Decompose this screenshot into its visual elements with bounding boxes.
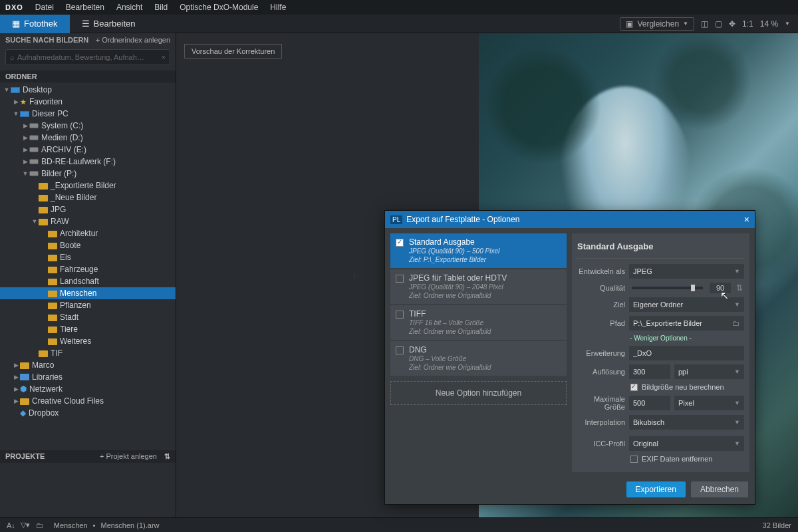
search-input[interactable]: ⌕ Aufnahmedatum, Bewertung, Aufnah… ×: [5, 49, 170, 65]
tree-medien-d[interactable]: ▶Medien (D:): [0, 132, 176, 144]
tree-menschen[interactable]: Menschen: [0, 287, 176, 299]
suffix-input[interactable]: [629, 346, 744, 360]
split-view-icon[interactable]: ◫: [701, 19, 708, 29]
disk-icon: [29, 123, 39, 128]
chevron-down-icon: ▼: [734, 268, 740, 275]
network-icon: ⬢: [20, 384, 27, 394]
menu-view[interactable]: Ansicht: [116, 3, 142, 12]
cancel-button[interactable]: Abbrechen: [691, 481, 748, 497]
tree-favoriten[interactable]: ▶★Favoriten: [0, 96, 176, 108]
maxsize-unit-select[interactable]: Pixel▼: [674, 396, 744, 410]
settings-title: Standard Ausgabe: [577, 239, 744, 259]
folder-icon: [39, 207, 48, 213]
preset-tiff[interactable]: TIFF TIFF 16 bit – Volle Größe Ziel: Ord…: [390, 305, 567, 340]
clear-search-icon[interactable]: ×: [162, 53, 166, 61]
tree-tiere[interactable]: Tiere: [0, 323, 176, 335]
mode-fotothek-label: Fotothek: [24, 19, 58, 29]
sort-icon[interactable]: ⇅: [164, 452, 170, 460]
section-projekte: PROJEKTE: [5, 452, 45, 460]
tree-boote[interactable]: Boote: [0, 239, 176, 251]
tree-jpg[interactable]: JPG: [0, 203, 176, 215]
tree-pflanzen[interactable]: Pflanzen: [0, 299, 176, 311]
exif-checkbox[interactable]: [630, 456, 638, 463]
preset-standard[interactable]: Standard Ausgabe JPEG (Qualität 90) – 50…: [390, 233, 567, 268]
folder-icon: [20, 362, 29, 369]
slider-thumb[interactable]: [691, 285, 695, 291]
preview-badge[interactable]: Vorschau der Korrekturen: [184, 44, 282, 59]
label-exif: EXIF Daten entfernen: [642, 455, 712, 463]
quality-value[interactable]: 90: [710, 283, 731, 293]
tree-desktop[interactable]: ▼Desktop: [0, 84, 176, 96]
tree-stadt[interactable]: Stadt: [0, 311, 176, 323]
zoom-ratio[interactable]: 1:1: [742, 19, 753, 29]
recalc-checkbox[interactable]: [630, 384, 638, 391]
preset-checkbox[interactable]: [396, 346, 404, 354]
preset-detail: Ziel: Ordner wie Originalbild: [409, 363, 491, 372]
tree-exportierte[interactable]: _Exportierte Bilder: [0, 180, 176, 192]
preset-dng[interactable]: DNG DNG – Volle Größe Ziel: Ordner wie O…: [390, 341, 567, 376]
mode-bearbeiten[interactable]: ☰ Bearbeiten: [70, 15, 148, 33]
tree-pc[interactable]: ▼Dieser PC: [0, 108, 176, 120]
tree-eis[interactable]: Eis: [0, 251, 176, 263]
tree-neue[interactable]: _Neue Bilder: [0, 192, 176, 203]
resolution-input[interactable]: [629, 364, 670, 379]
menu-help[interactable]: Hilfe: [270, 3, 286, 12]
tree-dropbox[interactable]: ◆Dropbox: [0, 407, 176, 419]
split-grip[interactable]: ⋮: [351, 275, 355, 295]
preset-checkbox[interactable]: [396, 239, 404, 247]
dialog-icon: PL: [390, 215, 402, 224]
tree-marco[interactable]: ▶Marco: [0, 359, 176, 371]
tree-bilder-p[interactable]: ▼Bilder (P:): [0, 168, 176, 180]
stepper-icon[interactable]: ⇅: [735, 283, 744, 293]
path-field[interactable]: P:\_Exportierte Bilder🗀: [629, 316, 744, 331]
tree-raw[interactable]: ▼RAW: [0, 215, 176, 227]
target-select[interactable]: Eigener Ordner▼: [629, 297, 744, 312]
filter-icon[interactable]: ▽▾: [21, 521, 30, 529]
fewer-options-link[interactable]: - Weniger Optionen -: [577, 334, 744, 342]
compare-button[interactable]: ▣ Vergleichen ▼: [620, 17, 694, 31]
export-settings: Standard Ausgabe Entwickeln als JPEG▼ Qu…: [572, 233, 749, 472]
folder-icon: [48, 255, 57, 261]
breadcrumb-folder[interactable]: Menschen: [54, 521, 88, 529]
mode-fotothek[interactable]: ▦ Fotothek: [0, 15, 70, 33]
fit-icon[interactable]: ▢: [715, 19, 722, 29]
tree-netzwerk[interactable]: ▶⬢Netzwerk: [0, 383, 176, 395]
menu-modules[interactable]: Optische DxO-Module: [180, 3, 258, 12]
tree-archiv-e[interactable]: ▶ARCHIV (E:): [0, 144, 176, 156]
format-select[interactable]: JPEG▼: [629, 264, 744, 279]
browse-icon[interactable]: 🗀: [731, 319, 740, 327]
tree-fahrzeuge[interactable]: Fahrzeuge: [0, 263, 176, 275]
interp-select[interactable]: Bikubisch▼: [629, 415, 744, 430]
tree-landschaft[interactable]: Landschaft: [0, 275, 176, 287]
tree-ccf[interactable]: ▶Creative Cloud Files: [0, 395, 176, 407]
move-icon[interactable]: ✥: [729, 19, 735, 29]
preset-checkbox[interactable]: [396, 275, 404, 283]
export-button[interactable]: Exportieren: [626, 481, 686, 497]
add-option-button[interactable]: Neue Option hinzufügen: [390, 381, 567, 405]
menu-edit[interactable]: Bearbeiten: [66, 3, 104, 12]
maxsize-input[interactable]: [629, 396, 670, 410]
icc-select[interactable]: Original▼: [629, 436, 744, 451]
close-icon[interactable]: ×: [744, 214, 749, 225]
menu-image[interactable]: Bild: [154, 3, 168, 12]
chevron-down-icon[interactable]: ▼: [785, 21, 790, 27]
pc-icon: [20, 111, 29, 117]
tree-libraries[interactable]: ▶Libraries: [0, 371, 176, 383]
folder-icon: [48, 338, 57, 345]
zoom-level[interactable]: 14 %: [760, 19, 778, 29]
tree-tif[interactable]: TIF: [0, 347, 176, 359]
resolution-unit-select[interactable]: ppi▼: [674, 364, 744, 379]
tree-weiteres[interactable]: Weiteres: [0, 335, 176, 347]
tree-system-c[interactable]: ▶System (C:): [0, 120, 176, 132]
preset-checkbox[interactable]: [396, 311, 404, 319]
tree-architektur[interactable]: Architektur: [0, 227, 176, 239]
sort-az-icon[interactable]: A↓: [7, 521, 15, 529]
tree-bdre-f[interactable]: ▶BD-RE-Laufwerk (F:): [0, 156, 176, 168]
add-project[interactable]: + Projekt anlegen: [100, 452, 157, 460]
chevron-down-icon: ▼: [734, 419, 740, 426]
add-folder-index[interactable]: + Ordnerindex anlegen: [96, 36, 170, 44]
quality-slider[interactable]: [632, 287, 703, 289]
preset-tablet[interactable]: JPEG für Tablet oder HDTV JPEG (Qualität…: [390, 269, 567, 304]
menu-file[interactable]: Datei: [35, 3, 54, 12]
dialog-titlebar[interactable]: PL Export auf Festplatte - Optionen ×: [385, 211, 755, 228]
